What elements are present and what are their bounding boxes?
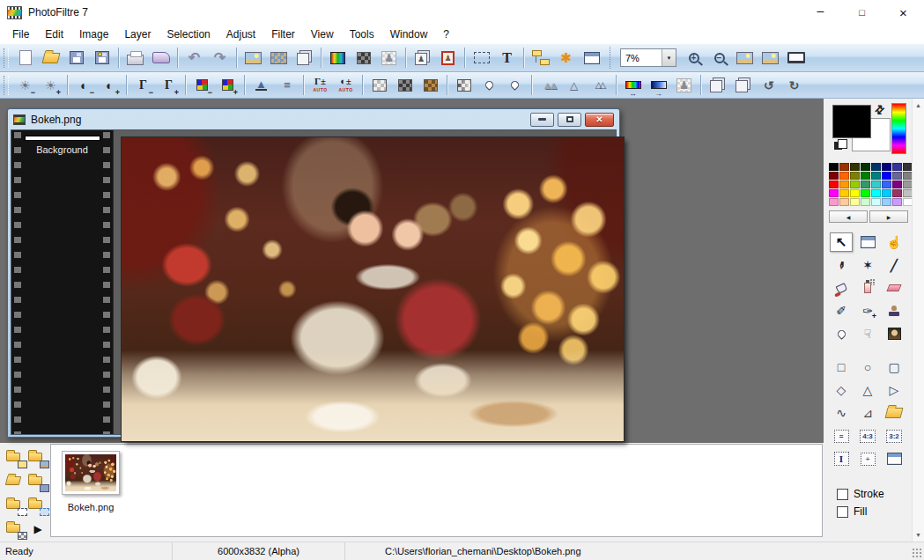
shape-polygon[interactable]: ⊿ <box>856 403 879 423</box>
palette-color-swatch[interactable] <box>839 189 849 197</box>
relief-button[interactable]: ▲▲ <box>536 74 561 97</box>
maximize-button[interactable]: □ <box>841 0 883 25</box>
module-manager-button[interactable] <box>579 47 604 70</box>
zoom-value[interactable]: 7% <box>621 53 662 63</box>
blur-button[interactable] <box>477 74 502 97</box>
saturation-plus-button[interactable]: + <box>215 74 240 97</box>
brightness-plus-button[interactable]: ☀+ <box>38 74 63 97</box>
palette-color-swatch[interactable] <box>861 163 870 171</box>
palette-color-swatch[interactable] <box>839 172 849 180</box>
foreground-color-swatch[interactable] <box>832 105 871 138</box>
strip-layer-manager-button[interactable] <box>6 449 26 467</box>
strip-load-selection-button[interactable] <box>28 497 48 514</box>
default-colors-icon[interactable] <box>834 142 842 150</box>
tool-pointer[interactable]: ↖ <box>830 232 853 252</box>
strip-transparent-button[interactable] <box>6 520 26 538</box>
full-size-button[interactable] <box>758 47 783 70</box>
menu-item[interactable]: Layer <box>116 26 159 42</box>
load-selection-button[interactable] <box>883 403 906 423</box>
layer-manager-button[interactable] <box>528 47 553 70</box>
close-button[interactable]: × <box>883 0 924 25</box>
palette-color-swatch[interactable] <box>861 189 870 197</box>
save-as-button[interactable] <box>89 47 115 70</box>
doc-close-button[interactable]: ✕ <box>585 113 614 127</box>
palette-color-swatch[interactable] <box>829 181 839 188</box>
palette-color-swatch[interactable] <box>892 163 902 171</box>
palette-color-swatch[interactable] <box>829 198 839 206</box>
palette-color-swatch[interactable] <box>882 163 891 171</box>
palette-color-swatch[interactable] <box>850 172 860 180</box>
indexed-mode-button[interactable] <box>351 47 376 70</box>
palette-color-swatch[interactable] <box>829 189 839 197</box>
doc-minimize-button[interactable] <box>530 113 554 127</box>
pattern-gray-button[interactable] <box>366 74 392 97</box>
palette-color-swatch[interactable] <box>871 189 881 197</box>
palette-color-swatch[interactable] <box>829 172 839 180</box>
fill-option[interactable]: Fill <box>837 505 912 518</box>
tool-paintbrush[interactable]: ✐ <box>830 301 853 321</box>
tool-eyedropper[interactable]: ✒ <box>830 255 853 275</box>
layer-thumbnail[interactable] <box>26 136 100 140</box>
color-mode-button[interactable] <box>325 47 351 70</box>
palette-color-swatch[interactable] <box>871 181 881 188</box>
palette-color-swatch[interactable] <box>850 181 860 188</box>
palette-color-swatch[interactable] <box>839 163 849 171</box>
tool-selection-manager[interactable] <box>856 232 879 252</box>
image-size-button[interactable] <box>240 47 266 70</box>
tool-art-brush[interactable] <box>883 324 906 343</box>
open-image-button[interactable] <box>38 47 63 70</box>
fade-button[interactable] <box>451 74 477 97</box>
tool-smudge[interactable]: ☟ <box>856 324 879 343</box>
tool-airbrush[interactable] <box>856 278 879 298</box>
document-title-bar[interactable]: Bokeh.png ✕ <box>11 109 617 129</box>
variation-gradient-button[interactable]: → <box>646 74 671 97</box>
contrast-minus-button[interactable]: ◐− <box>71 74 97 97</box>
palette-color-swatch[interactable] <box>839 181 849 188</box>
shape-rhombus[interactable]: ◇ <box>830 380 853 400</box>
strip-more-button[interactable]: ▶ <box>28 520 48 538</box>
strip-open-button[interactable] <box>6 473 26 490</box>
palette-color-swatch[interactable] <box>892 172 902 180</box>
strip-paste-selection-button[interactable] <box>6 497 26 514</box>
palette-color-swatch[interactable] <box>882 172 891 180</box>
zoom-out-button[interactable]: − <box>706 47 732 70</box>
menu-item[interactable]: Image <box>71 26 116 42</box>
palette-color-swatch[interactable] <box>882 181 891 188</box>
palette-color-swatch[interactable] <box>892 189 902 197</box>
resize-grip[interactable] <box>912 548 922 558</box>
shape-triangle[interactable]: △ <box>856 380 879 400</box>
gamma-minus-button[interactable]: Γ− <box>130 74 156 97</box>
contrast-plus-button[interactable]: ◐+ <box>97 74 122 97</box>
menu-item[interactable]: Edit <box>37 26 71 42</box>
mirror-vertical-button[interactable] <box>730 74 756 97</box>
canvas-image[interactable] <box>122 137 624 441</box>
tool-fill[interactable] <box>830 278 853 298</box>
selection-text-button[interactable]: I <box>830 449 853 468</box>
toolbar-grip[interactable] <box>4 76 9 95</box>
histogram-button[interactable]: ▲ <box>248 74 274 97</box>
palette-color-swatch[interactable] <box>882 189 891 197</box>
scan-button[interactable] <box>148 47 174 70</box>
stroke-option[interactable]: Stroke <box>837 488 912 500</box>
strip-add-image-button[interactable] <box>28 449 48 467</box>
doc-maximize-button[interactable] <box>558 113 581 127</box>
zoom-dropdown-button[interactable]: ▼ <box>662 49 676 66</box>
palette-color-swatch[interactable] <box>892 181 902 188</box>
undo-button[interactable]: ↶ <box>181 47 207 70</box>
document-window[interactable]: Bokeh.png ✕ Background <box>7 108 620 438</box>
palette-color-swatch[interactable] <box>829 163 839 171</box>
tool-magic-wand[interactable]: ✶ <box>856 255 879 275</box>
palette-color-swatch[interactable] <box>861 181 870 188</box>
palette-color-swatch[interactable] <box>892 198 902 206</box>
redo-button[interactable]: ↷ <box>207 47 233 70</box>
gamma-plus-button[interactable]: Γ+ <box>156 74 181 97</box>
scroll-up-icon[interactable]: ▲ <box>915 102 921 108</box>
palette-color-swatch[interactable] <box>871 198 881 206</box>
copy-merged-button[interactable]: ♟ <box>410 47 435 70</box>
shape-right-triangle[interactable]: ▷ <box>883 380 906 400</box>
menu-item[interactable]: Adjust <box>218 26 263 42</box>
palette-prev-button[interactable]: ◀ <box>829 210 868 223</box>
rotate-right-button[interactable]: ↻ <box>781 74 807 97</box>
shape-rounded-rectangle[interactable]: ▢ <box>883 357 906 377</box>
export-frame-button[interactable]: ♟ <box>435 47 461 70</box>
